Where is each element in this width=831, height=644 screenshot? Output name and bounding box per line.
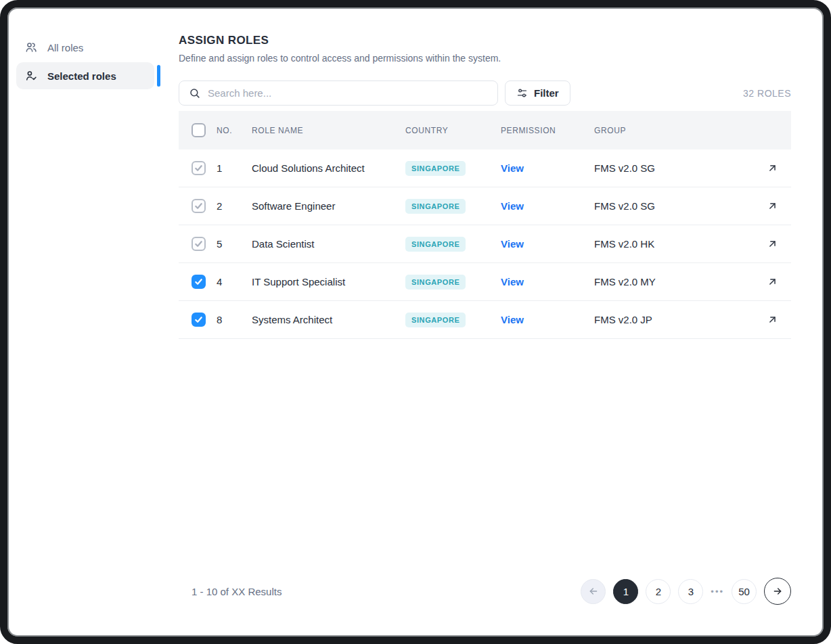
sidebar: All roles Selected roles: [7, 7, 179, 637]
group-name: FMS v2.0 JP: [594, 314, 764, 325]
page-button-3[interactable]: 3: [678, 579, 703, 604]
search-box[interactable]: [179, 80, 498, 106]
row-number: 2: [217, 200, 252, 212]
role-name: Cloud Solutions Architect: [252, 162, 405, 174]
users-icon: [24, 41, 38, 54]
open-role-button[interactable]: [764, 312, 780, 328]
arrow-left-icon: [588, 586, 599, 597]
sidebar-item-selected-roles[interactable]: Selected roles: [16, 62, 154, 89]
pagination: 1 2 3 ••• 50: [581, 578, 791, 605]
filter-button[interactable]: Filter: [505, 80, 570, 106]
table-row: 4 IT Support Specialist SINGAPORE View F…: [179, 263, 791, 301]
pagination-ellipsis: •••: [711, 586, 724, 597]
page-title: ASSIGN ROLES: [179, 34, 791, 47]
col-header-no: NO.: [217, 126, 252, 135]
arrow-up-right-icon: [767, 238, 778, 250]
toolbar: Filter 32 ROLES: [179, 80, 791, 106]
group-name: FMS v2.0 SG: [594, 200, 764, 212]
search-icon: [189, 87, 201, 99]
roles-table: NO. ROLE NAME COUNTRY PERMISSION GROUP 1…: [179, 111, 791, 339]
country-badge: SINGAPORE: [405, 275, 466, 290]
view-permission-link[interactable]: View: [501, 162, 524, 174]
check-icon: [194, 277, 203, 286]
row-checkbox[interactable]: [192, 199, 206, 213]
row-checkbox[interactable]: [192, 313, 206, 327]
group-name: FMS v2.0 HK: [594, 238, 764, 250]
group-name: FMS v2.0 SG: [594, 162, 764, 174]
table-header-row: NO. ROLE NAME COUNTRY PERMISSION GROUP: [179, 111, 791, 150]
arrow-up-right-icon: [767, 162, 778, 174]
col-header-group: GROUP: [594, 126, 764, 135]
next-page-button[interactable]: [764, 578, 791, 605]
arrow-right-icon: [772, 586, 783, 597]
results-summary: 1 - 10 of XX Results: [192, 586, 282, 597]
view-permission-link[interactable]: View: [501, 276, 524, 288]
col-header-permission: PERMISSION: [501, 126, 594, 135]
app-window: All roles Selected roles ASSIGN ROLES De…: [7, 7, 824, 637]
country-badge: SINGAPORE: [405, 313, 466, 327]
row-number: 1: [217, 162, 252, 174]
check-icon: [194, 239, 203, 248]
view-permission-link[interactable]: View: [501, 200, 524, 212]
check-icon: [194, 315, 203, 324]
role-name: Software Engineer: [252, 200, 405, 212]
row-number: 5: [217, 238, 252, 250]
sidebar-item-all-roles[interactable]: All roles: [16, 34, 154, 61]
row-checkbox[interactable]: [192, 237, 206, 251]
page-button-2[interactable]: 2: [646, 579, 671, 604]
check-icon: [194, 202, 203, 210]
view-permission-link[interactable]: View: [501, 238, 524, 250]
country-badge: SINGAPORE: [405, 237, 466, 252]
view-permission-link[interactable]: View: [501, 314, 524, 325]
role-name: Systems Architect: [252, 314, 405, 325]
sidebar-item-label: Selected roles: [47, 70, 116, 82]
table-row: 8 Systems Architect SINGAPORE View FMS v…: [179, 301, 791, 339]
col-header-role-name: ROLE NAME: [252, 126, 405, 135]
filter-button-label: Filter: [534, 87, 559, 99]
check-icon: [194, 164, 203, 172]
country-badge: SINGAPORE: [405, 161, 466, 176]
arrow-up-right-icon: [767, 200, 778, 212]
row-number: 4: [217, 276, 252, 288]
row-number: 8: [217, 314, 252, 325]
open-role-button[interactable]: [764, 274, 780, 290]
col-header-country: COUNTRY: [405, 126, 501, 135]
role-name: Data Scientist: [252, 238, 405, 250]
main-content: ASSIGN ROLES Define and assign roles to …: [179, 7, 824, 637]
row-checkbox[interactable]: [192, 275, 206, 289]
active-indicator-bar: [157, 65, 160, 87]
group-name: FMS v2.0 MY: [594, 276, 764, 288]
sliders-icon: [516, 87, 528, 99]
page-subtitle: Define and assign roles to control acces…: [179, 53, 791, 64]
open-role-button[interactable]: [764, 236, 780, 252]
table-row: 1 Cloud Solutions Architect SINGAPORE Vi…: [179, 150, 791, 187]
role-name: IT Support Specialist: [252, 276, 405, 288]
page-button-50[interactable]: 50: [732, 579, 757, 604]
roles-count: 32 ROLES: [743, 88, 791, 99]
search-input[interactable]: [208, 87, 488, 99]
arrow-up-right-icon: [767, 314, 778, 325]
open-role-button[interactable]: [764, 198, 780, 214]
table-footer: 1 - 10 of XX Results 1 2 3 ••• 50: [179, 578, 791, 605]
arrow-up-right-icon: [767, 276, 778, 288]
select-all-checkbox[interactable]: [192, 123, 206, 137]
assign-roles-page: All roles Selected roles ASSIGN ROLES De…: [0, 0, 831, 644]
prev-page-button[interactable]: [581, 579, 606, 604]
country-badge: SINGAPORE: [405, 199, 466, 214]
open-role-button[interactable]: [764, 160, 780, 177]
user-check-icon: [24, 69, 38, 83]
table-row: 2 Software Engineer SINGAPORE View FMS v…: [179, 187, 791, 225]
sidebar-item-label: All roles: [47, 42, 83, 53]
page-button-1[interactable]: 1: [613, 579, 638, 604]
table-row: 5 Data Scientist SINGAPORE View FMS v2.0…: [179, 225, 791, 263]
row-checkbox[interactable]: [192, 161, 206, 175]
